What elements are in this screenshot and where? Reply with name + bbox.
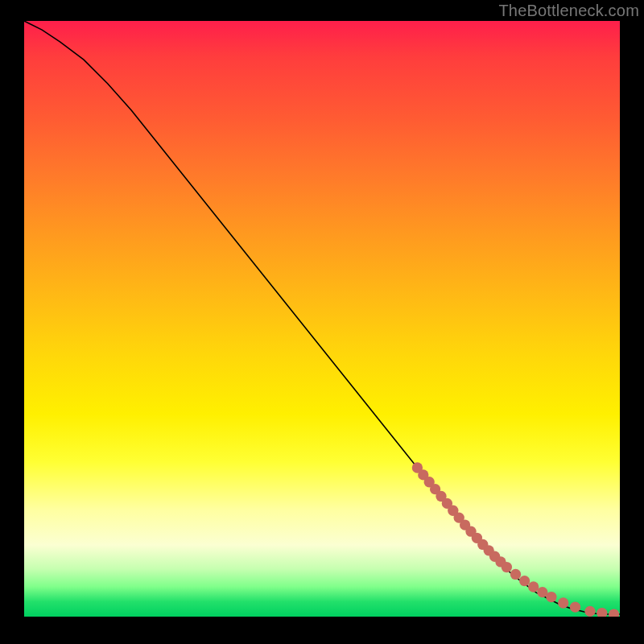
sample-marker xyxy=(558,597,568,608)
sample-marker xyxy=(546,592,556,602)
watermark-text: TheBottleneck.com xyxy=(498,2,639,20)
bottleneck-curve xyxy=(24,21,620,614)
sample-marker xyxy=(609,609,619,617)
chart-overlay xyxy=(24,21,620,617)
sample-marker xyxy=(570,602,580,613)
sample-marker xyxy=(502,562,512,572)
sample-marker xyxy=(519,576,530,586)
sample-marker xyxy=(584,606,595,617)
chart-frame: TheBottleneck.com xyxy=(0,0,644,644)
sample-marker xyxy=(510,569,521,580)
sample-marker xyxy=(597,608,607,617)
sample-markers xyxy=(412,462,620,617)
sample-marker xyxy=(528,581,539,592)
